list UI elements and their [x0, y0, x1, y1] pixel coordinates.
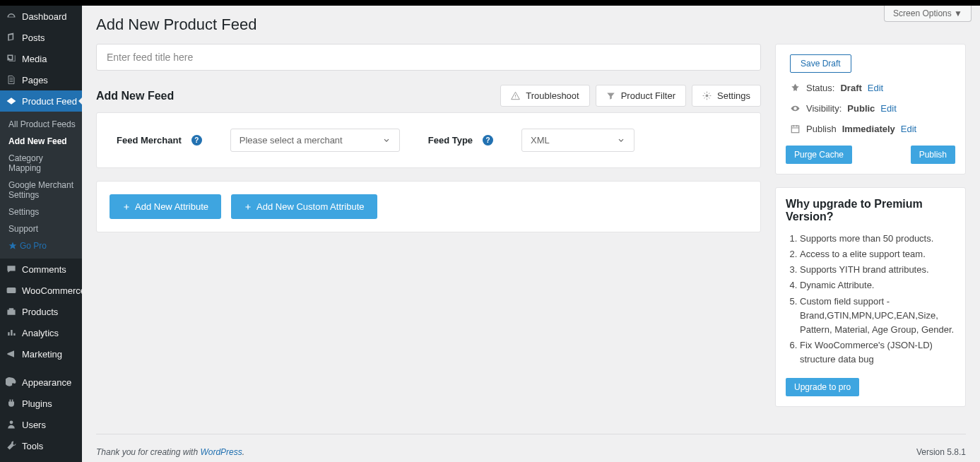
gear-icon [702, 91, 712, 100]
troubleshoot-button[interactable]: Troubleshoot [500, 85, 589, 107]
chevron-down-icon [382, 136, 391, 145]
sidebar-item-users[interactable]: Users [0, 414, 82, 435]
visibility-label: Visibility: [806, 103, 842, 114]
product-filter-button[interactable]: Product Filter [596, 85, 686, 107]
calendar-icon [790, 124, 801, 134]
admin-bar [0, 0, 980, 6]
menu-label: Appearance [22, 377, 71, 388]
select-value: XML [531, 135, 550, 146]
page-title: Add New Product Feed [96, 6, 966, 44]
edit-status-link[interactable]: Edit [868, 83, 883, 93]
upgrade-item: Dynamic Attribute. [800, 278, 955, 292]
sub-item-category-mapping[interactable]: Category Mapping [0, 150, 82, 177]
menu-label: Plugins [22, 398, 52, 409]
screen-options-toggle[interactable]: Screen Options ▼ [884, 6, 972, 22]
sub-item-google-merchant[interactable]: Google Merchant Settings [0, 177, 82, 203]
upgrade-item: Supports YITH brand attributes. [800, 263, 955, 277]
upgrade-item: Fix WooCommerce's (JSON-LD) structure da… [800, 338, 955, 367]
sidebar-item-posts[interactable]: Posts [0, 27, 82, 48]
sidebar-item-settings[interactable]: Settings [0, 456, 82, 462]
sidebar-item-media[interactable]: Media [0, 48, 82, 69]
menu-label: Dashboard [22, 11, 67, 22]
publish-label: Publish [806, 124, 837, 134]
btn-label: Add New Attribute [135, 201, 208, 212]
btn-label: Settings [717, 90, 750, 101]
eye-icon [790, 103, 801, 114]
visibility-value: Public [847, 103, 875, 114]
sidebar-item-products[interactable]: Products [0, 301, 82, 322]
sub-item-all-feeds[interactable]: All Product Feeds [0, 116, 82, 133]
menu-label: Pages [22, 75, 48, 85]
btn-label: Troubleshoot [526, 90, 579, 101]
svg-point-1 [10, 420, 13, 424]
sub-item-go-pro[interactable]: Go Pro [0, 237, 82, 254]
menu-label: Products [22, 307, 58, 317]
menu-label: Media [22, 54, 47, 64]
help-icon[interactable]: ? [483, 135, 493, 146]
product-feed-submenu: All Product Feeds Add New Feed Category … [0, 112, 82, 259]
footer: Thank you for creating with WordPress. V… [96, 434, 966, 462]
menu-label: Product Feed [22, 96, 77, 107]
feed-merchant-select[interactable]: Please select a merchant [230, 129, 400, 152]
status-label: Status: [806, 83, 834, 93]
sidebar-item-comments[interactable]: Comments [0, 259, 82, 280]
chevron-down-icon [617, 136, 625, 145]
admin-sidebar: Dashboard Posts Media Pages Product Feed… [0, 6, 82, 462]
publish-button[interactable]: Publish [911, 146, 955, 164]
feed-settings-button[interactable]: Settings [692, 85, 761, 107]
feed-type-select[interactable]: XML [521, 129, 634, 152]
sidebar-item-analytics[interactable]: Analytics [0, 322, 82, 343]
menu-label: Comments [22, 264, 66, 275]
upgrade-item: Supports more than 50 products. [800, 232, 955, 246]
menu-label: Tools [22, 441, 43, 451]
sidebar-item-woocommerce[interactable]: WooCommerce [0, 280, 82, 301]
feed-title-input[interactable] [96, 44, 761, 71]
select-value: Please select a merchant [240, 135, 343, 146]
add-custom-attribute-button[interactable]: Add New Custom Attribute [231, 194, 377, 219]
menu-label: Users [22, 420, 46, 430]
wordpress-link[interactable]: WordPress [200, 447, 242, 457]
menu-label: Go Pro [20, 241, 47, 251]
upgrade-item: Access to a elite support team. [800, 247, 955, 261]
svg-rect-0 [7, 288, 16, 293]
status-value: Draft [840, 83, 861, 93]
add-attribute-button[interactable]: Add New Attribute [110, 194, 221, 219]
version-label: Version 5.8.1 [916, 447, 966, 457]
upgrade-box: Why upgrade to Premium Version? Supports… [775, 187, 966, 407]
upgrade-to-pro-button[interactable]: Upgrade to pro [786, 378, 859, 396]
sidebar-item-dashboard[interactable]: Dashboard [0, 6, 82, 27]
help-icon[interactable]: ? [191, 135, 202, 146]
edit-visibility-link[interactable]: Edit [880, 103, 896, 114]
sub-item-support[interactable]: Support [0, 220, 82, 237]
menu-label: Marketing [22, 349, 62, 360]
publish-box: Save Draft Status: Draft Edit Visibility… [775, 44, 966, 174]
publish-value: Immediately [842, 124, 895, 134]
sidebar-item-marketing[interactable]: Marketing [0, 343, 82, 365]
upgrade-title: Why upgrade to Premium Version? [786, 198, 955, 223]
sub-item-add-new[interactable]: Add New Feed [0, 133, 82, 150]
pin-icon [790, 83, 801, 93]
filter-icon [606, 91, 615, 100]
btn-label: Product Filter [621, 90, 675, 101]
section-title: Add New Feed [96, 90, 174, 102]
star-icon [8, 242, 17, 250]
warning-icon [511, 91, 520, 100]
menu-label: WooCommerce [22, 285, 82, 296]
save-draft-button[interactable]: Save Draft [790, 54, 851, 73]
sidebar-item-pages[interactable]: Pages [0, 69, 82, 90]
sidebar-item-tools[interactable]: Tools [0, 435, 82, 456]
sidebar-item-appearance[interactable]: Appearance [0, 372, 82, 393]
btn-label: Add New Custom Attribute [256, 201, 364, 212]
svg-rect-4 [791, 126, 799, 133]
sub-item-settings[interactable]: Settings [0, 203, 82, 220]
menu-label: Posts [22, 32, 45, 43]
sidebar-item-product-feed[interactable]: Product Feed [0, 90, 82, 112]
feed-type-label: Feed Type [428, 135, 473, 146]
plus-icon [244, 203, 252, 211]
plus-icon [122, 203, 131, 211]
feed-config-panel: Feed Merchant ? Please select a merchant… [96, 112, 761, 168]
feed-merchant-label: Feed Merchant [117, 135, 182, 146]
purge-cache-button[interactable]: Purge Cache [786, 146, 852, 164]
sidebar-item-plugins[interactable]: Plugins [0, 393, 82, 414]
edit-schedule-link[interactable]: Edit [901, 124, 916, 134]
